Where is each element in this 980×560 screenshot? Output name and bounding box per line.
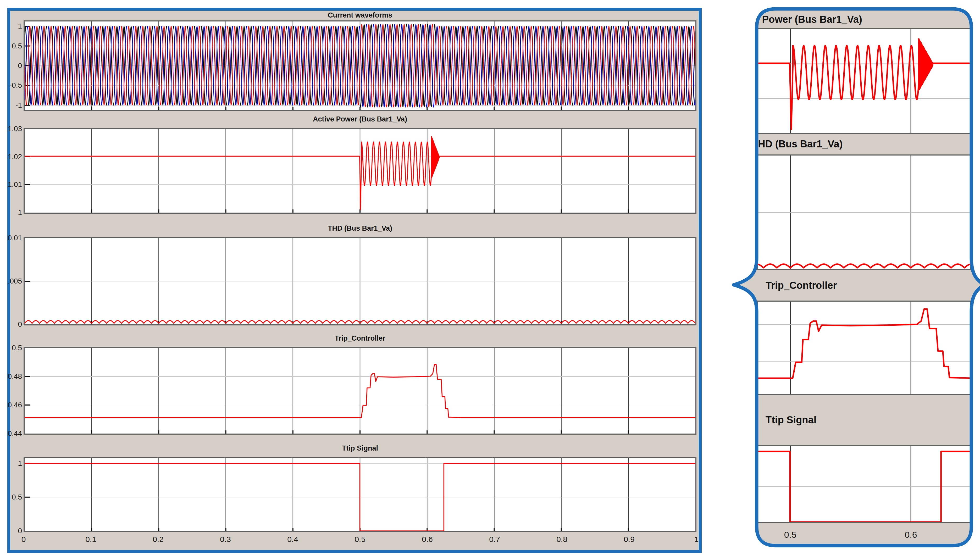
inset-x-tick-label: 0.6 bbox=[905, 530, 917, 540]
inset-panel-title-text: Ttip Signal bbox=[765, 411, 817, 429]
gridlines bbox=[25, 348, 695, 433]
inset-waveform-canvas-active-power-bus-bar1-va bbox=[758, 29, 970, 133]
y-tick-label: 0.48 bbox=[3, 371, 22, 382]
inset-x-tick-label: 0.5 bbox=[784, 530, 797, 540]
inset-panel-title-text: THD (Bus Bar1_Va) bbox=[757, 135, 843, 153]
y-tick-label: 1 bbox=[3, 207, 22, 218]
x-tick-label: 0.9 bbox=[624, 535, 635, 544]
y-tick-label: 0.44 bbox=[3, 428, 22, 439]
x-tick-label: 0.1 bbox=[85, 535, 97, 544]
inset-panel-title-text: Trip_Controller bbox=[765, 277, 837, 294]
x-tick-label: 0.2 bbox=[153, 535, 163, 544]
tick-marks bbox=[25, 281, 628, 324]
inset-panel-title-active-power-bus-bar1-va: Active Power (Bus Bar1_Va) bbox=[757, 10, 972, 28]
panel-title-thd-bus-bar1-va: THD (Bus Bar1_Va) bbox=[23, 222, 697, 235]
inset-panel-title-thd-bus-bar1-va: THD (Bus Bar1_Va) bbox=[757, 135, 972, 153]
x-tick-label: 0 bbox=[22, 535, 26, 544]
plot-area-current-waveforms bbox=[23, 20, 697, 111]
waveform-thd bbox=[758, 264, 970, 268]
inset-panel-title-ttip-signal: Ttip Signal bbox=[757, 411, 972, 429]
y-tick-label: 1.02 bbox=[3, 152, 22, 162]
x-tick-label: 0.5 bbox=[355, 535, 365, 544]
panel-title-ttip-signal: Ttip Signal bbox=[23, 442, 697, 455]
y-tick-label: 0.5 bbox=[3, 343, 22, 353]
waveform-active-power bbox=[758, 39, 970, 130]
inset-waveform-canvas-ttip-signal bbox=[758, 446, 970, 522]
inset-waveform-canvas-thd-bus-bar1-va bbox=[758, 155, 970, 269]
waveform-canvas-active-power-bus-bar1-va bbox=[25, 129, 695, 213]
y-tick-label: -0.5 bbox=[3, 80, 22, 91]
y-tick-label: .005 bbox=[3, 276, 22, 287]
x-tick-label: 0.6 bbox=[422, 535, 433, 544]
inset-waveform-canvas-trip-controller bbox=[758, 302, 970, 394]
panel-title-current-waveforms: Current waveforms bbox=[23, 9, 697, 22]
x-tick-label: 0.7 bbox=[489, 535, 500, 544]
inset-plot-area-thd-bus-bar1-va bbox=[757, 155, 972, 270]
y-tick-label: -1 bbox=[3, 100, 22, 110]
y-tick-label: 0 bbox=[3, 319, 22, 330]
y-tick-label: 1.03 bbox=[3, 123, 22, 134]
panel-title-trip-controller: Trip_Controller bbox=[23, 332, 697, 345]
screenshot-root: Current waveforms10.50-0.5-1Active Power… bbox=[0, 0, 980, 560]
gridlines bbox=[758, 155, 970, 269]
waveform-canvas-trip-controller bbox=[25, 348, 695, 433]
waveform-trip-controller bbox=[758, 309, 970, 378]
inset-panel-title-text: Active Power (Bus Bar1_Va) bbox=[757, 10, 862, 28]
inset-panel-title-trip-controller: Trip_Controller bbox=[757, 277, 972, 294]
y-tick-label: 0.01 bbox=[3, 233, 22, 243]
waveform-canvas-current-waveforms bbox=[25, 22, 695, 110]
y-tick-label: 0 bbox=[3, 60, 22, 71]
y-tick-label: 0 bbox=[3, 526, 22, 536]
plot-area-ttip-signal bbox=[23, 457, 697, 532]
x-tick-label: 1 bbox=[694, 535, 699, 544]
waveform-canvas-thd-bus-bar1-va bbox=[25, 238, 695, 324]
panel-title-active-power-bus-bar1-va: Active Power (Bus Bar1_Va) bbox=[23, 113, 697, 125]
plot-area-active-power-bus-bar1-va bbox=[23, 128, 697, 213]
inset-plot-area-ttip-signal bbox=[757, 445, 972, 523]
inset-plot-area-active-power-bus-bar1-va bbox=[757, 28, 972, 134]
plot-area-trip-controller bbox=[23, 347, 697, 435]
y-tick-label: 1 bbox=[3, 458, 22, 468]
y-tick-label: 1.01 bbox=[3, 179, 22, 190]
inset-plot-area-trip-controller bbox=[757, 300, 972, 395]
waveform-canvas-ttip-signal bbox=[25, 458, 695, 531]
y-tick-label: 1 bbox=[3, 21, 22, 32]
y-tick-label: 0.5 bbox=[3, 41, 22, 51]
y-tick-label: 0.5 bbox=[3, 492, 22, 502]
x-tick-label: 0.4 bbox=[287, 535, 298, 544]
y-tick-label: 0.46 bbox=[3, 400, 22, 410]
x-tick-label: 0.8 bbox=[557, 535, 567, 544]
gridlines bbox=[25, 238, 695, 324]
x-tick-label: 0.3 bbox=[220, 535, 231, 544]
plot-area-thd-bus-bar1-va bbox=[23, 237, 697, 325]
